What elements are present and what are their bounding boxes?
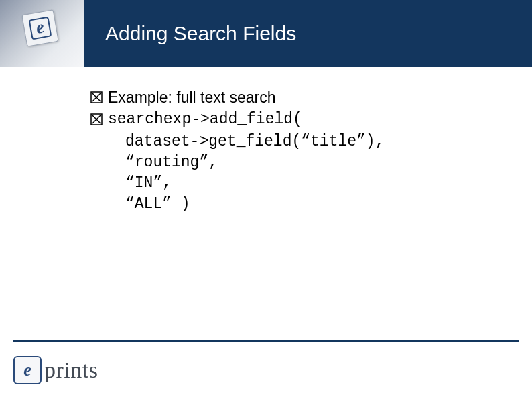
code-line: dataset->get_field(“title”), xyxy=(125,131,492,152)
code-block: dataset->get_field(“title”), “routing”, … xyxy=(90,131,492,215)
corner-logo-letter: e xyxy=(29,17,52,40)
header-corner-graphic: e xyxy=(0,0,84,67)
code-line: “ALL” ) xyxy=(125,194,492,215)
bullet-text: searchexp->add_field( xyxy=(108,109,302,130)
slide-header: e Adding Search Fields xyxy=(0,0,532,67)
slide-body: Example: full text search searchexp->add… xyxy=(0,67,532,215)
logo-wordmark: prints xyxy=(44,357,98,383)
boxed-x-icon xyxy=(90,113,103,125)
bullet-text: Example: full text search xyxy=(108,87,276,108)
code-line: “routing”, xyxy=(125,152,492,173)
bullet-item: Example: full text search xyxy=(90,87,492,108)
footer-logo: e prints xyxy=(13,356,98,384)
boxed-x-icon xyxy=(90,91,103,103)
code-line: “IN”, xyxy=(125,173,492,194)
bullet-item: searchexp->add_field( xyxy=(90,109,492,130)
logo-letter: e xyxy=(23,360,31,380)
title-bar: Adding Search Fields xyxy=(84,0,532,67)
footer-divider xyxy=(13,340,519,342)
slide-title: Adding Search Fields xyxy=(105,22,296,45)
corner-doc-icon: e xyxy=(21,9,59,47)
logo-badge-icon: e xyxy=(13,356,42,384)
